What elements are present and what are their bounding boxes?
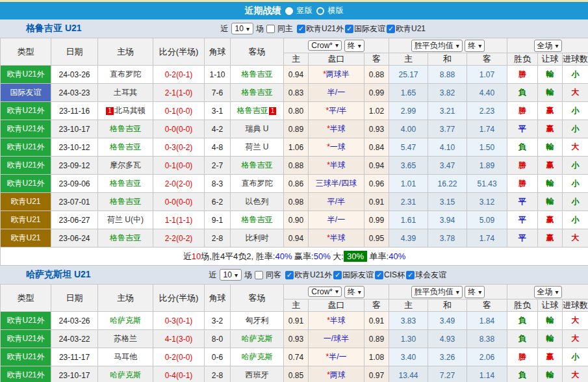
same-venue-checkbox[interactable] <box>266 25 275 33</box>
mean-away-cell: 1.50 <box>467 138 507 157</box>
corner-cell: 4-8 <box>205 138 231 157</box>
handicap-cell: *平/半 <box>309 102 364 120</box>
summary-segment: 大: <box>331 251 344 261</box>
match-date-cell: 23-11-16 <box>51 102 98 120</box>
result-cell: 平 <box>507 229 538 248</box>
col-corner: 角球 <box>205 38 231 66</box>
home-odds-cell: 0.93 <box>284 330 309 348</box>
vertical-layout-radio[interactable] <box>285 7 293 15</box>
match-date-cell: 24-03-26 <box>51 66 98 84</box>
red-card-badge: 1 <box>106 107 114 115</box>
wdl-final-select[interactable]: 终▾ <box>465 40 485 52</box>
games-count-select[interactable]: 10▾ <box>220 269 242 281</box>
handicap-result-cell: 輸 <box>538 366 563 382</box>
mean-home-cell: 1.01 <box>389 175 428 193</box>
corner-cell: 4-2 <box>205 120 231 138</box>
score-cell: 0-1(0-0) <box>153 157 205 175</box>
horizontal-layout-radio[interactable] <box>316 7 324 15</box>
match-type-cell: 欧青U21外 <box>1 348 51 366</box>
odds-final-select[interactable]: 终▾ <box>344 286 364 298</box>
away-odds-cell: 0.94 <box>364 157 389 175</box>
mean-home-cell: 5.47 <box>389 138 428 157</box>
away-team-cell: 哈萨克斯 <box>231 348 284 366</box>
odds-dropdown-group: Crow*▾ 终▾ <box>284 285 389 299</box>
home-team-cell: 苏格兰 <box>98 330 153 348</box>
match-row: 欧青U21外24-03-26直布罗陀0-2(0-1)1-10格鲁吉亚0.94*两… <box>1 66 588 84</box>
mean-away-cell: 1.07 <box>467 66 507 84</box>
match-row: 欧青U21外23-09-06格鲁吉亚2-0(2-0)8-3直布罗陀0.86三球半… <box>1 175 588 193</box>
match-type-cell: 国际友谊 <box>1 84 51 102</box>
score-cell: 0-0(0-0) <box>153 120 205 138</box>
match-type-cell: 欧青U21外 <box>1 102 51 120</box>
league-checkbox[interactable]: ✓ <box>345 25 353 33</box>
mean-home-cell: 1.30 <box>389 330 428 348</box>
away-team-cell: 西班牙 <box>231 366 284 382</box>
match-date-cell: 23-06-24 <box>51 229 98 248</box>
league-checkbox[interactable]: ✓ <box>387 25 395 33</box>
scope-dropdown-group: 全场▾ <box>507 38 588 53</box>
league-checkbox[interactable]: ✓ <box>375 271 383 279</box>
bookmaker-select[interactable]: Crow*▾ <box>308 286 342 297</box>
mean-away-cell: 2.06 <box>467 348 507 366</box>
chevron-down-icon: ▾ <box>456 42 459 49</box>
scope-select[interactable]: 全场▾ <box>534 40 562 52</box>
away-odds-cell: 0.99 <box>364 211 389 229</box>
mean-draw-cell: 16.22 <box>428 175 467 193</box>
games-count-select[interactable]: 10▾ <box>231 23 253 34</box>
match-type-cell: 欧青U21外 <box>1 120 51 138</box>
col-goals: 进球数 <box>563 299 588 312</box>
away-team-cell: 格鲁吉亚 <box>231 211 284 229</box>
away-odds-cell: 0.88 <box>364 66 389 84</box>
match-type-cell: 欧青U21外 <box>1 330 51 348</box>
handicap-cell: 半/一 <box>309 211 364 229</box>
chevron-down-icon: ▾ <box>358 42 361 49</box>
odds-final-select[interactable]: 终▾ <box>344 40 364 52</box>
score-cell: 0-3(0-1) <box>153 312 205 330</box>
league-checkbox[interactable]: ✓ <box>297 25 305 33</box>
score-cell: 4-1(3-0) <box>153 330 205 348</box>
section-header-georgia: 格鲁吉亚 U21 近 10▾ 场 同主 ✓欧青U21外✓国际友谊✓欧青U21 <box>0 19 588 38</box>
wdl-final-select[interactable]: 终▾ <box>465 286 485 298</box>
corner-cell: 1-10 <box>205 66 231 84</box>
match-date-cell: 23-11-17 <box>51 348 98 366</box>
filter-controls: 近 10▾ 场 同主 ✓欧青U21外✓国际友谊✓欧青U21 <box>221 23 426 34</box>
same-venue-checkbox[interactable] <box>255 271 263 279</box>
summary-segment: 场,胜4平4负2, 胜率: <box>201 251 275 261</box>
handicap-result-cell: 赢 <box>538 229 563 248</box>
goals-result-cell: 大 <box>563 366 588 382</box>
home-team-cell: 荷兰 U(中) <box>98 211 153 229</box>
match-date-cell: 23-09-12 <box>51 157 98 175</box>
filter-controls: 近 10▾ 场 同客 ✓欧青U21外✓国际友谊✓CIS杯✓球会友谊 <box>209 269 446 281</box>
col-handicap: 盘口 <box>309 299 364 312</box>
result-cell: 勝 <box>507 348 538 366</box>
match-date-cell: 24-03-22 <box>51 330 98 348</box>
wdl-mean-select[interactable]: 胜平负均值▾ <box>411 286 463 298</box>
col-odds-home: 主 <box>284 299 309 312</box>
league-label: 欧青U21外 <box>294 270 332 281</box>
match-row: 国际友谊24-03-23土耳其2-1(1-0)7-6格鲁吉亚0.83半/一0.9… <box>1 84 588 102</box>
league-checkbox[interactable]: ✓ <box>285 271 294 279</box>
goals-result-cell: 大 <box>563 330 588 348</box>
col-score: 比分(半场) <box>153 285 205 312</box>
away-team-cell: 格鲁吉亚 <box>231 157 284 175</box>
handicap-cell: 半/一 <box>309 84 364 102</box>
match-type-cell: 欧青U21外 <box>1 175 51 193</box>
scope-select[interactable]: 全场▾ <box>534 286 562 298</box>
corner-cell: 8-3 <box>205 175 231 193</box>
bookmaker-select[interactable]: Crow*▾ <box>308 40 342 51</box>
league-label: CIS杯 <box>384 270 405 281</box>
corner-cell: 7-6 <box>205 84 231 102</box>
goals-result-cell: 大 <box>563 312 588 330</box>
mean-draw-cell: 3.47 <box>428 157 467 175</box>
league-checkbox[interactable]: ✓ <box>333 271 342 279</box>
wdl-mean-select[interactable]: 胜平负均值▾ <box>411 40 463 52</box>
away-odds-cell: 0.96 <box>364 175 389 193</box>
handicap-cell: *半球 <box>309 157 364 175</box>
home-odds-cell: 0.86 <box>284 175 309 193</box>
goals-result-cell: 大 <box>563 229 588 248</box>
match-date-cell: 24-03-26 <box>51 312 98 330</box>
league-checkbox[interactable]: ✓ <box>406 271 415 279</box>
league-label: 欧青U21 <box>396 23 426 34</box>
away-team-cell: 荷兰 U <box>231 138 284 157</box>
col-mean-away: 客 <box>467 299 507 312</box>
